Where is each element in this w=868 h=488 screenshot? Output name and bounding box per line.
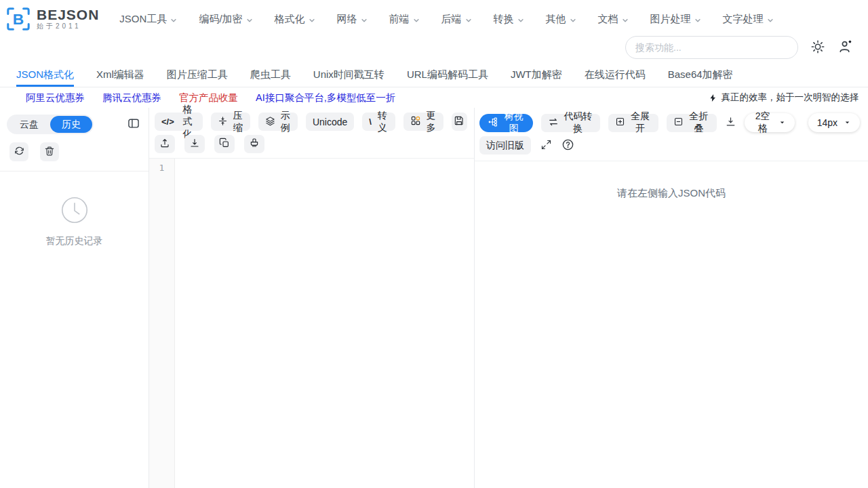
- user-account-button[interactable]: [837, 39, 853, 56]
- fullscreen-icon: [540, 139, 552, 152]
- button-label: 全折叠: [688, 110, 710, 135]
- nav-label: 转换: [494, 13, 514, 26]
- slogan-text: 真正的效率，始于一次明智的选择: [722, 92, 859, 104]
- code-icon: </>: [161, 117, 174, 127]
- segment-history[interactable]: 历史: [50, 116, 92, 133]
- nav-item-convert[interactable]: 转换: [494, 13, 524, 26]
- save-button[interactable]: [452, 113, 467, 131]
- json-editor-panel: </> 格式化 压缩 示例 Unicode \: [149, 108, 474, 488]
- button-label: 更多: [425, 110, 437, 134]
- clear-history-button[interactable]: [40, 142, 59, 161]
- button-label: 代码转换: [563, 110, 593, 135]
- collapse-all-button[interactable]: 全折叠: [667, 114, 717, 132]
- export-result-button[interactable]: [725, 116, 736, 129]
- tree-view-icon: [488, 117, 498, 129]
- nav-item-others[interactable]: 其他: [546, 13, 576, 26]
- nav-item-frontend[interactable]: 前端: [389, 13, 420, 26]
- sidebar-collapse-button[interactable]: [127, 117, 140, 132]
- help-button[interactable]: [561, 138, 574, 153]
- svg-text:B: B: [13, 10, 24, 28]
- chevron-down-icon: [465, 14, 472, 26]
- refresh-history-button[interactable]: [9, 142, 28, 161]
- editor-toolbar-row-1: </> 格式化 压缩 示例 Unicode \: [155, 113, 467, 131]
- nav-item-encode-encrypt[interactable]: 编码/加密: [199, 13, 252, 26]
- preview-toolbar: 树视图 代码转换 全展开 全折叠: [475, 108, 868, 161]
- promo-official-product[interactable]: 官方产品收量: [179, 92, 238, 104]
- tab-xml-editor[interactable]: Xml编辑器: [96, 64, 144, 87]
- tab-run-code-online[interactable]: 在线运行代码: [585, 64, 646, 87]
- tab-label: Xml编辑器: [96, 68, 144, 81]
- tab-label: JSON格式化: [16, 68, 74, 81]
- tab-image-compress[interactable]: 图片压缩工具: [167, 64, 228, 87]
- theme-toggle-button[interactable]: [810, 39, 825, 56]
- nav-item-image-processing[interactable]: 图片处理: [650, 13, 701, 26]
- source-segmented-control: 云盘 历史: [7, 115, 94, 134]
- tab-unix-timestamp[interactable]: Unix时间戳互转: [313, 64, 384, 87]
- nav-item-json-tools[interactable]: JSON工具: [119, 13, 177, 26]
- sidebar-header: 云盘 历史: [0, 108, 149, 137]
- example-button[interactable]: 示例: [258, 113, 298, 131]
- nav-label: 其他: [546, 13, 566, 26]
- tab-url-codec[interactable]: URL编码解码工具: [407, 64, 488, 87]
- escape-button[interactable]: \ 转义: [362, 113, 395, 131]
- button-label: 树视图: [502, 110, 525, 135]
- clear-button[interactable]: [244, 135, 264, 153]
- chevron-down-icon: [694, 14, 701, 26]
- expand-all-button[interactable]: 全展开: [608, 114, 658, 132]
- copy-button[interactable]: [214, 135, 235, 153]
- download-button[interactable]: [184, 135, 205, 153]
- code-convert-button[interactable]: 代码转换: [541, 114, 600, 132]
- tree-view-button[interactable]: 树视图: [479, 114, 533, 132]
- segment-cloud-disk[interactable]: 云盘: [8, 116, 50, 133]
- button-label: 压缩: [232, 110, 243, 134]
- sidebar-divider: [0, 171, 149, 171]
- nav-label: 前端: [389, 13, 410, 26]
- nav-item-format[interactable]: 格式化: [275, 13, 315, 26]
- chevron-down-icon: [570, 14, 576, 26]
- nav-label: 文档: [598, 13, 618, 26]
- nav-item-docs[interactable]: 文档: [598, 13, 629, 26]
- promo-tencent-coupon[interactable]: 腾讯云优惠券: [102, 92, 161, 104]
- unicode-button[interactable]: Unicode: [306, 113, 354, 131]
- button-label: 访问旧版: [486, 140, 524, 152]
- tab-base64-crypto[interactable]: Base64加解密: [668, 64, 733, 87]
- old-version-button[interactable]: 访问旧版: [479, 136, 531, 155]
- format-button[interactable]: </> 格式化: [155, 113, 203, 131]
- preview-body: 请在左侧输入JSON代码: [475, 161, 868, 488]
- nav-label: 网络: [337, 13, 357, 26]
- brand-tagline: 始于2011: [37, 22, 99, 30]
- plus-square-icon: [615, 117, 625, 129]
- nav-item-backend[interactable]: 后端: [441, 13, 472, 26]
- tab-jwt-crypto[interactable]: JWT加解密: [511, 64, 562, 87]
- upload-icon: [159, 138, 170, 150]
- main-area: 云盘 历史 暂无历史记录: [0, 108, 868, 488]
- json-input-area[interactable]: [175, 159, 474, 488]
- tab-label: Base64加解密: [668, 68, 733, 81]
- nav-label: 图片处理: [650, 13, 691, 26]
- question-circle-icon: [561, 138, 574, 153]
- bejson-logo[interactable]: B BEJSON 始于2011: [5, 6, 99, 32]
- download-icon: [189, 138, 200, 150]
- more-button[interactable]: 更多: [403, 113, 443, 131]
- chevron-down-icon: [622, 14, 629, 26]
- upload-button[interactable]: [155, 135, 175, 153]
- font-size-select[interactable]: 14px: [808, 113, 860, 132]
- promo-aliyun-coupon[interactable]: 阿里云优惠券: [26, 92, 85, 104]
- compress-button[interactable]: 压缩: [211, 113, 250, 131]
- line-number-gutter: 1: [149, 159, 175, 488]
- preview-toolbar-row-1: 树视图 代码转换 全展开 全折叠: [479, 113, 860, 132]
- lightning-icon: [709, 93, 717, 103]
- nav-item-text-processing[interactable]: 文字处理: [723, 13, 774, 26]
- search-input[interactable]: [625, 36, 798, 59]
- nav-label: JSON工具: [119, 13, 167, 26]
- save-icon: [454, 115, 465, 128]
- promo-ai-api-platform[interactable]: AI接口聚合平台,多模型低至一折: [256, 92, 395, 104]
- tab-crawler-tool[interactable]: 爬虫工具: [250, 64, 291, 87]
- nav-item-network[interactable]: 网络: [337, 13, 368, 26]
- tab-json-format[interactable]: JSON格式化: [16, 64, 74, 87]
- fullscreen-button[interactable]: [540, 139, 552, 152]
- grid-more-icon: [410, 115, 421, 128]
- header: B BEJSON 始于2011 JSON工具 编码/加密 格式化 网络 前端 后…: [0, 0, 868, 35]
- indent-select[interactable]: 2空格: [745, 113, 795, 132]
- editor-body: 1: [149, 159, 474, 488]
